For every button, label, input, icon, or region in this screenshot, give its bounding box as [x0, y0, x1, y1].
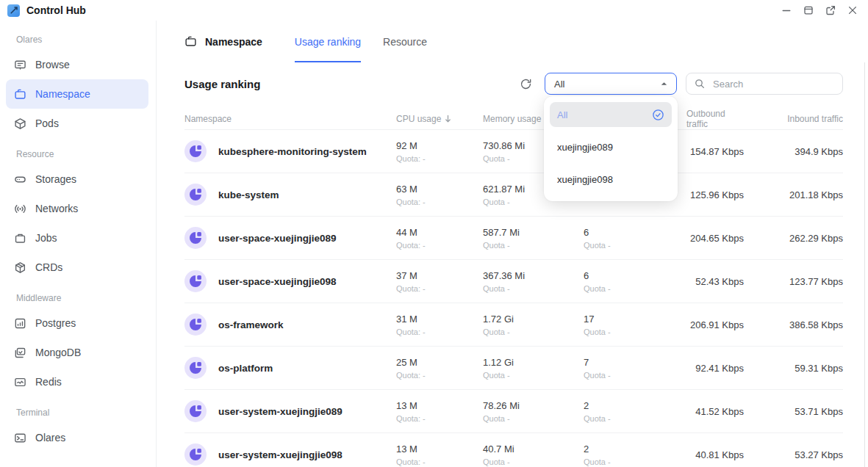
- sidebar-section-label: Resource: [6, 138, 148, 164]
- namespace-filter-dropdown: Allxuejingjie089xuejingjie098: [544, 96, 678, 201]
- sidebar-item-networks[interactable]: Networks: [6, 194, 148, 223]
- pie-chart-icon: [184, 227, 207, 249]
- sidebar-item-label: MongoDB: [35, 347, 81, 358]
- table-row[interactable]: user-space-xuejingjie08944 MQuota: -587.…: [184, 216, 843, 259]
- tab-bar: Namespace Usage rankingResource: [184, 21, 843, 62]
- sidebar-item-mongodb[interactable]: MongoDB: [6, 338, 148, 367]
- pie-chart-icon: [184, 140, 207, 162]
- refresh-icon[interactable]: [520, 78, 532, 90]
- namespace-icon: [14, 88, 26, 101]
- memory-usage-value: 367.36 Mi: [483, 270, 584, 281]
- toolbar: Usage ranking All: [184, 73, 843, 95]
- memory-quota: Quota -: [483, 371, 584, 380]
- memory-usage-value: 78.26 Mi: [483, 400, 584, 411]
- sidebar-item-jobs[interactable]: Jobs: [6, 223, 148, 253]
- namespace-name: os-platform: [218, 363, 273, 374]
- jobs-icon: [14, 232, 26, 245]
- sidebar-item-redis[interactable]: Redis: [6, 367, 148, 397]
- outbound-traffic-value: 206.91 Kbps: [686, 319, 744, 330]
- browse-icon: [14, 59, 26, 71]
- sidebar-item-label: Jobs: [35, 232, 57, 244]
- col-outbound-traffic[interactable]: Outbound traffic: [686, 109, 744, 129]
- pods-quota: Quota -: [584, 284, 686, 293]
- cpu-quota: Quota: -: [396, 414, 483, 423]
- sidebar-item-browse[interactable]: Browse: [6, 50, 148, 79]
- minimize-icon[interactable]: [781, 5, 792, 15]
- dropdown-option-xuejingjie098[interactable]: xuejingjie098: [550, 163, 672, 195]
- table-row[interactable]: kubesphere-monitoring-system92 MQuota: -…: [184, 129, 843, 173]
- open-external-icon[interactable]: [825, 5, 836, 15]
- table-row[interactable]: user-system-xuejingjie09813 MQuota: -40.…: [184, 432, 843, 467]
- outbound-traffic-value: 204.65 Kbps: [686, 233, 744, 244]
- outbound-traffic-value: 92.41 Kbps: [686, 363, 744, 374]
- inbound-traffic-value: 53.27 Kbps: [744, 449, 843, 460]
- window-title: Control Hub: [26, 4, 86, 16]
- sidebar-item-namespace[interactable]: Namespace: [6, 79, 148, 109]
- pods-quota: Quota -: [584, 327, 686, 336]
- cpu-usage-value: 92 M: [396, 140, 483, 151]
- table-row[interactable]: user-system-xuejingjie08913 MQuota: -78.…: [184, 389, 843, 432]
- sidebar-item-storages[interactable]: Storages: [6, 164, 148, 194]
- table-row[interactable]: kube-system63 MQuota: -621.87 MiQuota -Q…: [184, 173, 843, 216]
- sidebar-item-label: Olares: [35, 432, 65, 444]
- page-title-label: Namespace: [205, 36, 262, 48]
- pie-chart-icon: [184, 400, 207, 422]
- tab-resource[interactable]: Resource: [383, 21, 427, 62]
- mongodb-icon: [14, 347, 26, 359]
- namespace-icon: [184, 35, 197, 48]
- search-input[interactable]: [711, 78, 834, 90]
- pie-chart-icon: [184, 270, 207, 292]
- window-controls: [781, 5, 858, 15]
- sidebar-item-postgres[interactable]: Postgres: [6, 308, 148, 338]
- inbound-traffic-value: 394.9 Kbps: [744, 146, 843, 157]
- inbound-traffic-value: 53.71 Kbps: [744, 406, 843, 417]
- storages-icon: [14, 173, 26, 186]
- search-icon: [695, 79, 705, 89]
- col-namespace[interactable]: Namespace: [184, 114, 396, 124]
- app-icon: [7, 4, 20, 17]
- table-row[interactable]: os-framework31 MQuota: -1.72 GiQuota -17…: [184, 303, 843, 346]
- cpu-quota: Quota: -: [396, 457, 483, 466]
- pie-chart-icon: [184, 184, 207, 206]
- sidebar-item-label: Redis: [35, 376, 62, 388]
- namespace-name: user-system-xuejingjie098: [218, 449, 342, 460]
- namespace-name: kube-system: [218, 189, 279, 200]
- memory-usage-value: 1.12 Gi: [483, 357, 584, 368]
- cpu-quota: Quota: -: [396, 241, 483, 250]
- pods-value: 17: [584, 314, 686, 325]
- table-row[interactable]: user-space-xuejingjie09837 MQuota: -367.…: [184, 259, 843, 303]
- dropdown-option-xuejingjie089[interactable]: xuejingjie089: [550, 131, 672, 163]
- namespace-name: os-framework: [218, 319, 284, 330]
- sidebar: OlaresBrowseNamespacePodsResourceStorage…: [0, 21, 157, 467]
- close-icon[interactable]: [847, 5, 858, 15]
- namespace-name: kubesphere-monitoring-system: [218, 146, 367, 157]
- memory-usage-value: 40.7 Mi: [483, 444, 584, 455]
- restore-window-icon[interactable]: [803, 5, 814, 15]
- sidebar-item-pods[interactable]: Pods: [6, 109, 148, 138]
- tab-list: Usage rankingResource: [295, 21, 427, 62]
- sidebar-item-label: Postgres: [35, 317, 76, 329]
- pods-icon: [14, 117, 26, 130]
- postgres-icon: [14, 317, 26, 330]
- sidebar-section-label: Olares: [6, 23, 148, 50]
- scrollbar[interactable]: [864, 62, 866, 467]
- sidebar-section-label: Middleware: [6, 282, 148, 308]
- inbound-traffic-value: 201.18 Kbps: [744, 189, 843, 200]
- tab-usage-ranking[interactable]: Usage ranking: [295, 21, 361, 62]
- sidebar-item-crds[interactable]: CRDs: [6, 253, 148, 282]
- redis-icon: [14, 376, 26, 388]
- col-cpu-usage[interactable]: CPU usage: [396, 114, 483, 124]
- inbound-traffic-value: 59.31 Kbps: [744, 363, 843, 374]
- table-row[interactable]: os-platform25 MQuota: -1.12 GiQuota -7Qu…: [184, 346, 843, 389]
- outbound-traffic-value: 40.81 Kbps: [686, 449, 744, 460]
- sidebar-section-label: Terminal: [6, 397, 148, 423]
- dropdown-option-label: All: [557, 109, 567, 120]
- memory-usage-value: 1.72 Gi: [483, 314, 584, 325]
- namespace-name: user-space-xuejingjie098: [218, 276, 337, 287]
- col-inbound-traffic[interactable]: Inbound traffic: [744, 114, 843, 124]
- titlebar: Control Hub: [0, 0, 868, 21]
- dropdown-option-all[interactable]: All: [550, 102, 672, 127]
- sidebar-item-olares[interactable]: Olares: [6, 423, 148, 452]
- pods-quota: Quota -: [584, 414, 686, 423]
- namespace-filter-select[interactable]: All: [545, 73, 677, 95]
